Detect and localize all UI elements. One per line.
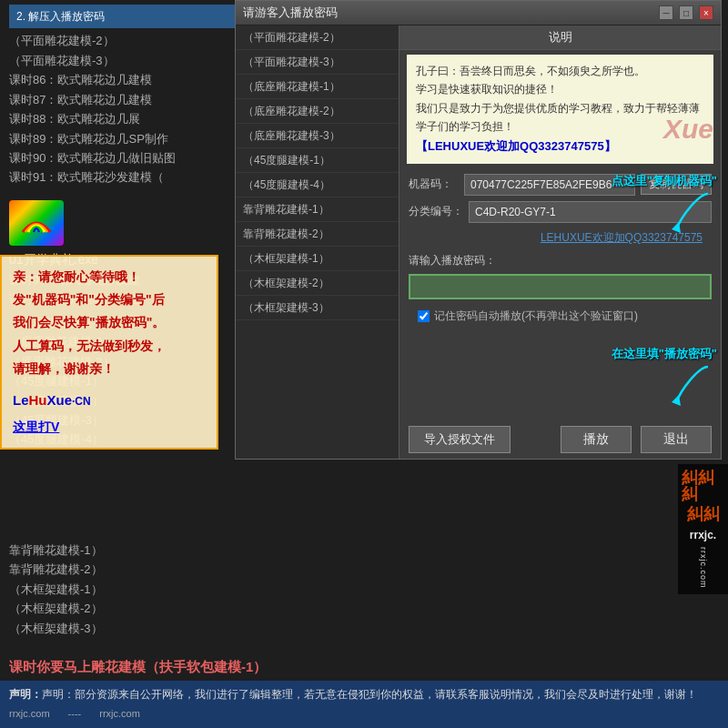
- info-line-2: 学习是快速获取知识的捷径！: [416, 80, 704, 98]
- dialog-window: 请游客入播放密码 ─ □ × （平面雕花建模-2） （平面雕花建模-3） （底座…: [235, 0, 722, 460]
- remember-label: 记住密码自动播放(不再弹出这个验证窗口): [434, 308, 638, 324]
- rrxjc-brand: rrxjc.: [690, 529, 716, 541]
- left-note-panel: 亲：请您耐心等待哦！ 发"机器码"和"分类编号"后 我们会尽快算"播放密码"。 …: [0, 255, 218, 450]
- rrxjc-watermark: 糾糾糾 糾糾 rrxjc. rrxjc.com: [678, 464, 728, 594]
- course-item: （木框架建模-3）: [9, 619, 719, 638]
- list-item[interactable]: 靠背雕花建模-1）: [236, 197, 399, 222]
- form-section: 机器码： 复制机器码 分类编号： LEHUXUE欢迎加QQ3323747575 …: [399, 168, 721, 420]
- qq-link[interactable]: LEHUXUE欢迎加QQ3323747575: [409, 228, 712, 248]
- list-item[interactable]: （45度腿建模-4）: [236, 173, 399, 197]
- import-file-button[interactable]: 导入授权文件: [409, 426, 511, 453]
- disclaimer-text: 声明：声明：部分资源来自公开网络，我们进行了编辑整理，若无意在侵犯到你的权益，请…: [9, 686, 719, 703]
- url-divider: ----: [68, 706, 82, 723]
- list-item[interactable]: （平面雕花建模-2）: [236, 25, 399, 50]
- brand-block: LeHuXue·CN: [13, 388, 206, 412]
- copy-machine-code-button[interactable]: 复制机器码: [641, 174, 712, 195]
- list-item[interactable]: （底座雕花建模-1）: [236, 75, 399, 99]
- url1: rrxjc.com: [9, 706, 50, 723]
- category-row: 分类编号：: [409, 201, 712, 223]
- note-line3: 我们会尽快算"播放密码"。: [13, 311, 206, 334]
- machine-code-row: 机器码： 复制机器码: [409, 174, 712, 196]
- close-button[interactable]: ×: [699, 5, 713, 20]
- remember-row: 记住密码自动播放(不再弹出这个验证窗口): [409, 305, 712, 328]
- play-button[interactable]: 播放: [561, 426, 632, 453]
- course-item: 靠背雕花建模-2）: [9, 560, 719, 579]
- rrxjc-logo-chars: 糾糾糾: [682, 470, 724, 502]
- list-item[interactable]: （木框架建模-1）: [236, 247, 399, 271]
- list-item[interactable]: （木框架建模-2）: [236, 271, 399, 296]
- password-input-wrapper: [409, 274, 712, 299]
- category-input[interactable]: [469, 201, 712, 223]
- list-item[interactable]: （底座雕花建模-3）: [236, 124, 399, 148]
- rainbow-logo-icon: [9, 200, 64, 246]
- link-row: 这里打V: [13, 416, 206, 439]
- note-line4: 人工算码，无法做到秒发，: [13, 335, 206, 358]
- list-item[interactable]: （45度腿建模-1）: [236, 148, 399, 173]
- dialog-body: （平面雕花建模-2） （平面雕花建模-3） （底座雕花建模-1） （底座雕花建模…: [236, 25, 721, 459]
- info-qq-link: 【LEHUXUE欢迎加QQ3323747575】: [416, 136, 704, 157]
- dialog-titlebar: 请游客入播放密码 ─ □ ×: [236, 1, 721, 25]
- note-line2: 发"机器码"和"分类编号"后: [13, 288, 206, 311]
- list-item[interactable]: （木框架建模-3）: [236, 296, 399, 320]
- course-item: （木框架建模-2）: [9, 599, 719, 618]
- course-list-panel: （平面雕花建模-2） （平面雕花建模-3） （底座雕花建模-1） （底座雕花建模…: [236, 25, 399, 459]
- password-label-row: 请输入播放密码：: [409, 253, 712, 268]
- maximize-button[interactable]: □: [679, 5, 693, 20]
- title-buttons: ─ □ ×: [656, 5, 713, 20]
- minimize-button[interactable]: ─: [659, 5, 673, 20]
- brand-name: LeHuXue·CN: [13, 392, 91, 408]
- quit-button[interactable]: 退出: [641, 426, 712, 453]
- rrxjc-url-vertical: rrxjc.com: [699, 547, 708, 589]
- section-title: 说明: [399, 25, 721, 50]
- dialog-title: 请游客入播放密码: [243, 5, 338, 21]
- info-line-1: 孔子曰：吾尝终日而思矣，不如须臾之所学也。: [416, 62, 704, 80]
- url2: rrxjc.com: [99, 706, 140, 723]
- course-item-highlighted: 课时你要马上雕花建模（扶手软包建模-1）: [9, 656, 719, 679]
- course-item: （木框架建模-1）: [9, 580, 719, 599]
- password-input[interactable]: [409, 274, 712, 299]
- course-item: 靠背雕花建模-1）: [9, 541, 719, 560]
- note-line1: 亲：请您耐心等待哦！: [13, 266, 206, 288]
- password-label: 请输入播放密码：: [409, 253, 496, 268]
- note-line5: 请理解，谢谢亲！: [13, 358, 206, 380]
- bottom-urls: rrxjc.com ---- rrxjc.com: [9, 706, 719, 723]
- info-text-box: 孔子曰：吾尝终日而思矣，不如须臾之所学也。 学习是快速获取知识的捷径！ 我们只是…: [407, 55, 713, 164]
- left-note-link[interactable]: 这里打V: [13, 420, 59, 434]
- list-item[interactable]: （底座雕花建模-2）: [236, 99, 399, 124]
- bottom-strip: 声明：声明：部分资源来自公开网络，我们进行了编辑整理，若无意在侵犯到你的权益，请…: [0, 681, 728, 728]
- info-panel: 说明 孔子曰：吾尝终日而思矣，不如须臾之所学也。 学习是快速获取知识的捷径！ 我…: [399, 25, 721, 459]
- info-line-3: 我们只是致力于为您提供优质的学习教程，致力于帮轻薄薄学子们的学习负担！: [416, 99, 704, 136]
- machine-code-input[interactable]: [464, 174, 635, 196]
- list-item[interactable]: （平面雕花建模-3）: [236, 50, 399, 75]
- remember-checkbox[interactable]: [418, 310, 430, 322]
- button-row: 导入授权文件 播放 退出: [399, 420, 721, 459]
- action-buttons: 播放 退出: [561, 426, 712, 453]
- category-label: 分类编号：: [409, 204, 463, 219]
- list-item[interactable]: 靠背雕花建模-2）: [236, 222, 399, 247]
- machine-code-label: 机器码：: [409, 177, 459, 192]
- rrxjc-logo-chars2: 糾糾: [687, 506, 720, 522]
